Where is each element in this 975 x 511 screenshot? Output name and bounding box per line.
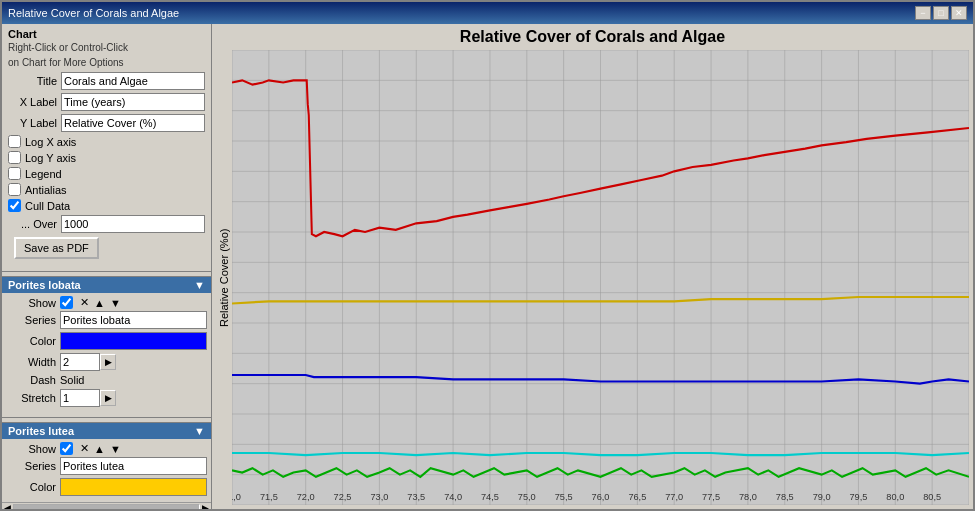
maximize-button[interactable]: □ xyxy=(933,6,949,20)
series1-series-input[interactable] xyxy=(60,311,207,329)
series2-up-btn[interactable]: ▲ xyxy=(94,443,105,455)
chart-svg[interactable]: 35,0 32,5 30,0 27,5 25,0 22,5 20,0 17,5 … xyxy=(232,50,969,505)
series2-scroll-arrow: ▼ xyxy=(194,425,205,437)
xlabel-row: X Label xyxy=(8,93,205,111)
xlabel-label: X Label xyxy=(8,96,57,108)
series1-stretch-label: Stretch xyxy=(6,392,56,404)
logx-row: Log X axis xyxy=(8,135,205,148)
svg-text:73,5: 73,5 xyxy=(407,490,425,501)
series1-stretch-scroll[interactable]: ▶ xyxy=(100,390,116,406)
svg-text:80,0: 80,0 xyxy=(886,490,904,501)
right-click-hint: Right-Click or Control-Click xyxy=(8,42,205,53)
antialias-row: Antialias xyxy=(8,183,205,196)
series2-name: Porites lutea xyxy=(8,425,74,437)
logx-label: Log X axis xyxy=(25,136,76,148)
series1-stretch-row: Stretch ▶ xyxy=(2,389,211,407)
scroll-right[interactable]: ▶ xyxy=(202,503,209,509)
legend-label: Legend xyxy=(25,168,62,180)
titlebar: Relative Cover of Corals and Algae − □ ✕ xyxy=(2,2,973,24)
content-area: Chart Right-Click or Control-Click on Ch… xyxy=(2,24,973,509)
scroll-track[interactable] xyxy=(13,504,200,509)
series1-width-label: Width xyxy=(6,356,56,368)
series1-color-box[interactable] xyxy=(60,332,207,350)
culldata-label: Cull Data xyxy=(25,200,70,212)
svg-text:76,0: 76,0 xyxy=(592,490,610,501)
svg-text:71,0: 71,0 xyxy=(232,490,241,501)
close-button[interactable]: ✕ xyxy=(951,6,967,20)
series1-down-btn[interactable]: ▼ xyxy=(110,297,121,309)
antialias-checkbox[interactable] xyxy=(8,183,21,196)
series2-color-row: Color xyxy=(2,478,211,496)
ylabel-input[interactable] xyxy=(61,114,205,132)
svg-text:78,0: 78,0 xyxy=(739,490,757,501)
svg-text:72,5: 72,5 xyxy=(334,490,352,501)
legend-checkbox[interactable] xyxy=(8,167,21,180)
sidebar-scrollbar[interactable]: ◀ ▶ xyxy=(2,502,211,509)
series2-series-input[interactable] xyxy=(60,457,207,475)
svg-text:79,5: 79,5 xyxy=(849,490,867,501)
title-label: Title xyxy=(8,75,57,87)
series1-scroll-arrow: ▼ xyxy=(194,279,205,291)
svg-text:77,0: 77,0 xyxy=(665,490,683,501)
series1-show-checkbox[interactable] xyxy=(60,296,73,309)
svg-text:72,0: 72,0 xyxy=(297,490,315,501)
series1-stretch-input[interactable] xyxy=(60,389,100,407)
series2-show-row: Show ✕ ▲ ▼ xyxy=(2,442,211,455)
chart-title: Relative Cover of Corals and Algae xyxy=(216,28,969,46)
svg-text:76,5: 76,5 xyxy=(628,490,646,501)
chart-section: Chart Right-Click or Control-Click on Ch… xyxy=(2,24,211,267)
chart-container: Relative Cover (%o) xyxy=(216,50,969,505)
series1-up-btn[interactable]: ▲ xyxy=(94,297,105,309)
ylabel-row: Y Label xyxy=(8,114,205,132)
series1-width-row: Width ▶ xyxy=(2,353,211,371)
title-input[interactable] xyxy=(61,72,205,90)
series1-panel: Porites lobata ▼ Show ✕ ▲ ▼ Seri xyxy=(2,276,211,413)
series1-x-btn[interactable]: ✕ xyxy=(80,296,89,309)
scroll-left[interactable]: ◀ xyxy=(4,503,11,509)
series1-dash-label: Dash xyxy=(6,374,56,386)
logy-label: Log Y axis xyxy=(25,152,76,164)
series1-series-label: Series xyxy=(6,314,56,326)
series2-header: Porites lutea ▼ xyxy=(2,423,211,439)
chart-area: Relative Cover of Corals and Algae Relat… xyxy=(212,24,973,509)
series2-series-label: Series xyxy=(6,460,56,472)
series1-show-row: Show ✕ ▲ ▼ xyxy=(2,296,211,309)
over-input[interactable] xyxy=(61,215,205,233)
antialias-label: Antialias xyxy=(25,184,67,196)
series1-header: Porites lobata ▼ xyxy=(2,277,211,293)
series1-show-controls: ✕ ▲ ▼ xyxy=(60,296,121,309)
series1-width-scroll[interactable]: ▶ xyxy=(100,354,116,370)
svg-text:74,0: 74,0 xyxy=(444,490,462,501)
svg-text:74,5: 74,5 xyxy=(481,490,499,501)
sidebar: Chart Right-Click or Control-Click on Ch… xyxy=(2,24,212,509)
hint-line2: on Chart for More Options xyxy=(8,57,205,68)
logy-row: Log Y axis xyxy=(8,151,205,164)
series1-dash-row: Dash Solid xyxy=(2,374,211,386)
series2-panel: Porites lutea ▼ Show ✕ ▲ ▼ Serie xyxy=(2,422,211,502)
logy-checkbox[interactable] xyxy=(8,151,21,164)
divider2 xyxy=(2,417,211,418)
section-title: Chart xyxy=(8,28,205,40)
series1-width-input[interactable] xyxy=(60,353,100,371)
series2-color-box[interactable] xyxy=(60,478,207,496)
title-row: Title xyxy=(8,72,205,90)
series2-down-btn[interactable]: ▼ xyxy=(110,443,121,455)
series1-name-row: Series xyxy=(2,311,211,329)
series1-dash-value: Solid xyxy=(60,374,84,386)
series1-name: Porites lobata xyxy=(8,279,81,291)
ylabel-label: Y Label xyxy=(8,117,57,129)
svg-text:71,5: 71,5 xyxy=(260,490,278,501)
culldata-row: Cull Data xyxy=(8,199,205,212)
titlebar-buttons: − □ ✕ xyxy=(915,6,967,20)
culldata-checkbox[interactable] xyxy=(8,199,21,212)
logx-checkbox[interactable] xyxy=(8,135,21,148)
series2-show-checkbox[interactable] xyxy=(60,442,73,455)
minimize-button[interactable]: − xyxy=(915,6,931,20)
xlabel-input[interactable] xyxy=(61,93,205,111)
chart-inner: 35,0 32,5 30,0 27,5 25,0 22,5 20,0 17,5 … xyxy=(232,50,969,505)
svg-text:77,5: 77,5 xyxy=(702,490,720,501)
svg-text:75,0: 75,0 xyxy=(518,490,536,501)
series1-show-label: Show xyxy=(6,297,56,309)
series2-x-btn[interactable]: ✕ xyxy=(80,442,89,455)
save-pdf-button[interactable]: Save as PDF xyxy=(14,237,99,259)
